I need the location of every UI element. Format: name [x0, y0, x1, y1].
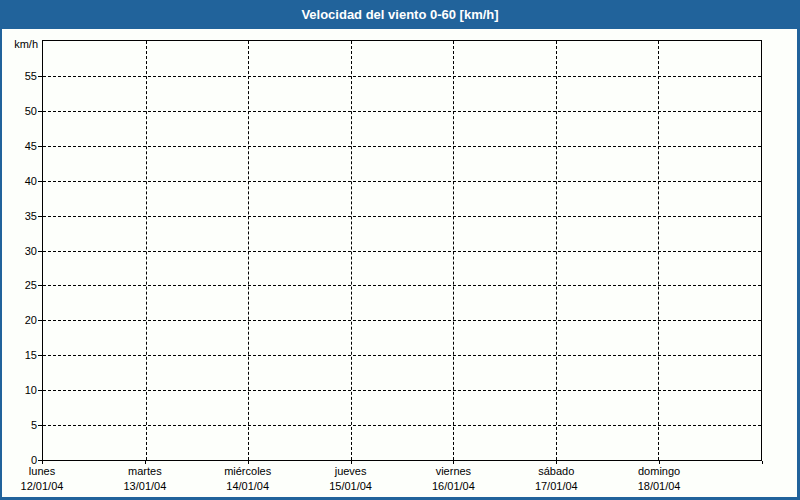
x-axis-label: viernes16/01/04 [401, 464, 505, 494]
x-axis-day-label: viernes [401, 464, 505, 479]
x-axis-label: lunes12/01/04 [0, 464, 94, 494]
x-axis-day-label: sábado [504, 464, 608, 479]
x-axis-date-label: 18/01/04 [607, 479, 711, 494]
title-bar: Velocidad del viento 0-60 [km/h] [0, 0, 800, 29]
x-axis-date-label: 15/01/04 [299, 479, 403, 494]
x-grid-line [351, 41, 352, 460]
y-tick-mark [38, 111, 42, 112]
x-grid-line [658, 41, 659, 460]
y-tick-mark [38, 216, 42, 217]
x-axis-label: miércoles14/01/04 [196, 464, 300, 494]
y-tick-mark [38, 355, 42, 356]
y-tick-label: 30 [4, 244, 37, 258]
x-axis-day-label: jueves [299, 464, 403, 479]
y-tick-mark [38, 146, 42, 147]
y-tick-mark [38, 425, 42, 426]
x-grid-line [453, 41, 454, 460]
chart-window: Velocidad del viento 0-60 [km/h] km/h 05… [0, 0, 800, 500]
x-axis-day-label: domingo [607, 464, 711, 479]
y-tick-mark [38, 320, 42, 321]
y-grid-line [43, 76, 761, 77]
y-tick-label: 50 [4, 104, 37, 118]
x-axis-date-label: 16/01/04 [401, 479, 505, 494]
y-tick-label: 45 [4, 139, 37, 153]
y-tick-mark [38, 251, 42, 252]
y-grid-line [43, 320, 761, 321]
y-tick-label: 35 [4, 209, 37, 223]
y-tick-label: 40 [4, 174, 37, 188]
x-axis-date-label: 12/01/04 [0, 479, 94, 494]
x-axis-label: domingo18/01/04 [607, 464, 711, 494]
y-grid-line [43, 146, 761, 147]
y-grid-line [43, 251, 761, 252]
x-axis-date-label: 17/01/04 [504, 479, 608, 494]
y-tick-mark [38, 285, 42, 286]
y-tick-label: 10 [4, 383, 37, 397]
y-grid-line [43, 181, 761, 182]
y-grid-line [43, 111, 761, 112]
y-tick-mark [38, 181, 42, 182]
y-grid-line [43, 355, 761, 356]
x-grid-line [146, 41, 147, 460]
plot-area [42, 40, 762, 461]
x-axis-day-label: lunes [0, 464, 94, 479]
chart-title: Velocidad del viento 0-60 [km/h] [301, 7, 498, 22]
y-grid-line [43, 216, 761, 217]
y-grid-line [43, 425, 761, 426]
x-axis-date-label: 13/01/04 [93, 479, 197, 494]
y-tick-label: 25 [4, 278, 37, 292]
y-tick-label: 15 [4, 348, 37, 362]
y-tick-mark [38, 390, 42, 391]
y-grid-line [43, 285, 761, 286]
y-tick-mark [38, 76, 42, 77]
x-grid-line [556, 41, 557, 460]
y-tick-label: 20 [4, 313, 37, 327]
y-grid-line [43, 390, 761, 391]
x-grid-line [248, 41, 249, 460]
x-tick-mark [762, 461, 763, 464]
y-tick-label: 55 [4, 69, 37, 83]
y-tick-label: 5 [4, 418, 37, 432]
x-axis-day-label: miércoles [196, 464, 300, 479]
x-axis-day-label: martes [93, 464, 197, 479]
x-axis-date-label: 14/01/04 [196, 479, 300, 494]
x-axis-label: martes13/01/04 [93, 464, 197, 494]
x-axis-label: jueves15/01/04 [299, 464, 403, 494]
x-axis-label: sábado17/01/04 [504, 464, 608, 494]
y-axis-unit-label: km/h [4, 38, 38, 50]
